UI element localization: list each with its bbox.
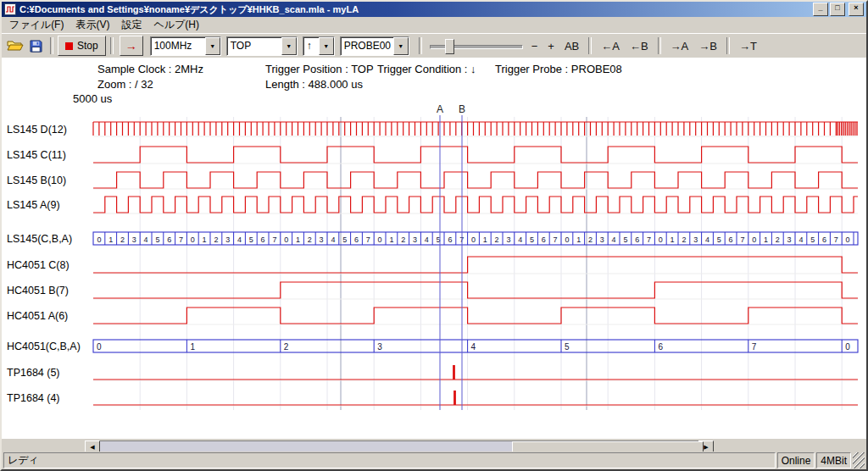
zoom-in-button[interactable]: + [542, 36, 559, 55]
client-area: Sample Clock : 2MHz Trigger Position : T… [2, 58, 866, 452]
bus-value: 7 [834, 236, 838, 244]
bus-value: 2 [284, 342, 289, 352]
bus-value: 1 [108, 236, 113, 244]
menu-help[interactable]: ヘルプ(H) [147, 17, 205, 33]
waveform-trace [93, 282, 858, 298]
bus-value: 7 [554, 236, 558, 244]
horizontal-scrollbar[interactable]: ◀ ▶ [85, 441, 714, 452]
bus-value: 6 [167, 236, 171, 244]
bus-value: 6 [822, 236, 826, 244]
scrollbar-track[interactable] [100, 441, 698, 452]
bus-value: 5 [717, 236, 721, 244]
maximize-button[interactable]: □ [830, 3, 845, 16]
waveform-trace [93, 197, 858, 213]
bus-value: 0 [97, 342, 102, 352]
bus-value: 0 [752, 236, 756, 244]
save-button[interactable] [25, 36, 46, 55]
goto-b-left-button[interactable]: ←B [625, 36, 654, 55]
pulse [453, 391, 456, 405]
chevron-down-icon[interactable]: ▼ [393, 37, 409, 55]
stop-icon [65, 42, 73, 50]
bus-value: 1 [190, 342, 195, 352]
bus-value: 7 [179, 236, 183, 244]
goto-b-right-button[interactable]: →B [693, 36, 722, 55]
trigger-edge-value: ↑ [303, 40, 319, 52]
channel-label: HC4051 B(7) [7, 285, 69, 296]
bus-value: 5 [249, 236, 253, 244]
waveform-trace [93, 172, 858, 188]
bus-value: 0 [191, 236, 195, 244]
zoom-slider-thumb[interactable] [445, 39, 454, 54]
trigger-probe-info: Trigger Probe : PROBE08 [495, 63, 622, 75]
toolbar-separator [110, 37, 114, 54]
bus-value: 3 [320, 236, 324, 244]
bus-value: 1 [764, 236, 768, 244]
bus-value: 1 [576, 236, 581, 244]
trigger-position-info: Trigger Position : TOP [265, 63, 374, 75]
bus-value: 4 [425, 236, 429, 244]
stop-label: Stop [77, 40, 98, 52]
channel-label: TP1684 (4) [7, 392, 60, 404]
chevron-down-icon[interactable]: ▼ [281, 37, 297, 55]
bus-value: 6 [448, 236, 452, 244]
trigger-position-select[interactable]: TOP ▼ [226, 36, 298, 56]
window-controls: _ □ × [813, 3, 864, 16]
zoom-slider[interactable] [430, 37, 523, 54]
bus-value: 5 [155, 236, 159, 244]
bus-value: 5 [623, 236, 627, 244]
bus-value: 1 [483, 236, 487, 244]
bus-value: 0 [378, 236, 382, 244]
sample-clock-select[interactable]: 100MHz ▼ [150, 36, 221, 56]
bus-value: 3 [377, 342, 382, 352]
menu-file[interactable]: ファイル(F) [3, 17, 70, 33]
bus-value: 0 [97, 236, 101, 244]
bus-value: 3 [693, 236, 698, 244]
zoom-info: Zoom : / 32 [97, 78, 153, 91]
bus-value: 5 [530, 236, 534, 244]
channel-label: LS145 C(11) [7, 149, 66, 161]
bus-value: 0 [284, 236, 288, 244]
bus-value: 3 [787, 236, 792, 244]
menu-view[interactable]: 表示(V) [70, 17, 115, 33]
toolbar-separator [50, 37, 53, 54]
bus-value: 6 [354, 236, 359, 244]
scrollbar-thumb[interactable] [512, 441, 704, 452]
bus-value: 6 [261, 236, 265, 244]
waveform-trace [93, 257, 858, 273]
channel-label: LS145 D(12) [7, 124, 67, 136]
menu-settings[interactable]: 設定 [115, 17, 147, 33]
minimize-button[interactable]: _ [813, 3, 828, 16]
resize-grip[interactable] [853, 452, 865, 468]
bus-value: 4 [331, 236, 335, 244]
bus-value: 2 [588, 236, 593, 244]
bus-value: 3 [225, 236, 230, 244]
status-text: レディ [3, 452, 776, 468]
bus-value: 2 [776, 236, 780, 244]
chevron-down-icon[interactable]: ▼ [205, 37, 220, 55]
bus-value: 1 [670, 236, 675, 244]
bus-value: 1 [389, 236, 393, 244]
sample-clock-value: 100MHz [151, 40, 205, 52]
bus-value: 1 [296, 236, 300, 244]
trigger-edge-select[interactable]: ↑ ▼ [303, 36, 335, 56]
trigger-condition-info: Trigger Condition : ↓ [377, 63, 476, 75]
open-folder-icon [7, 40, 24, 52]
chevron-down-icon[interactable]: ▼ [319, 37, 334, 55]
close-button[interactable]: × [849, 3, 864, 16]
zoom-out-button[interactable]: − [526, 36, 543, 55]
pulse [453, 365, 455, 380]
stop-button[interactable]: Stop [58, 36, 106, 56]
goto-trigger-button[interactable]: →T [734, 36, 762, 55]
ab-button[interactable]: AB [559, 36, 584, 55]
bus-value: 4 [705, 236, 709, 244]
run-button[interactable]: → [120, 36, 143, 56]
cursor-label-a: A [437, 103, 443, 115]
probe-select[interactable]: PROBE00 ▼ [340, 36, 409, 56]
goto-a-right-button[interactable]: →A [665, 36, 694, 55]
scroll-left-button[interactable]: ◀ [85, 441, 100, 452]
bus-value: 4 [471, 342, 476, 352]
goto-a-left-button[interactable]: ←A [596, 36, 625, 55]
bus-value: 3 [506, 236, 510, 244]
bus-value: 4 [144, 236, 148, 244]
open-button[interactable] [5, 36, 25, 55]
